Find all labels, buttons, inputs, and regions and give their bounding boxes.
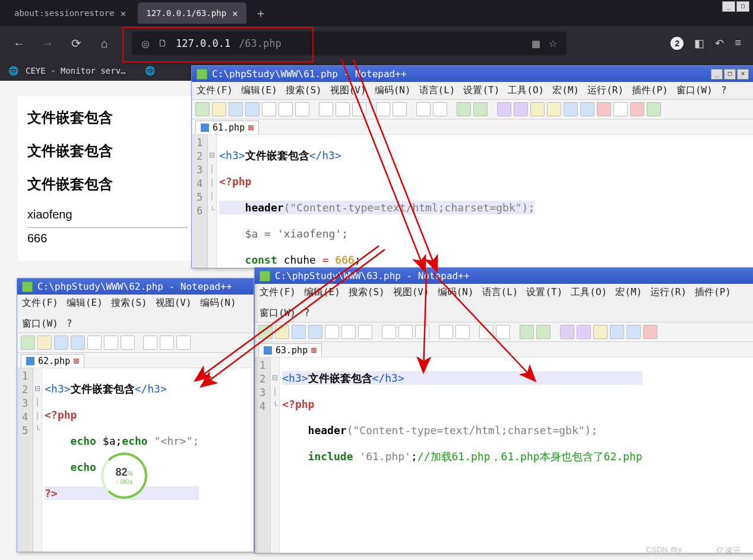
menu-encode[interactable]: 编码(N)	[200, 297, 236, 309]
new-icon[interactable]	[21, 336, 35, 350]
open-icon[interactable]	[212, 102, 226, 116]
tool-icon[interactable]	[580, 102, 594, 116]
redo-icon[interactable]	[393, 102, 407, 116]
menu-search[interactable]: 搜索(S)	[349, 286, 385, 299]
menu-settings[interactable]: 设置(T)	[463, 84, 499, 97]
menu-plugin[interactable]: 插件(P)	[632, 84, 668, 97]
url-bar[interactable]: ◎ 🗋 127.0.0.1/63.php ▦ ☆	[132, 31, 567, 55]
menu-encode[interactable]: 编码(N)	[375, 84, 411, 97]
copy-icon[interactable]	[398, 325, 413, 339]
reload-button[interactable]: ⟳	[69, 36, 83, 50]
tracker-badge[interactable]: 2	[670, 37, 684, 50]
replace-icon[interactable]	[433, 102, 447, 116]
menu-view[interactable]: 视图(V)	[156, 297, 192, 309]
tool-icon[interactable]	[530, 102, 545, 116]
forward-button[interactable]: →	[40, 37, 55, 50]
tool-icon[interactable]	[577, 325, 591, 339]
paste-icon[interactable]	[352, 102, 366, 116]
record-icon[interactable]	[630, 102, 644, 116]
open-icon[interactable]	[37, 336, 52, 350]
tool-icon[interactable]	[643, 325, 657, 339]
tab-sessionrestore[interactable]: about:sessionrestore ✕	[6, 2, 134, 24]
saveall-icon[interactable]	[71, 336, 85, 350]
back-button[interactable]: ←	[12, 37, 26, 50]
bookmark-icon[interactable]: ☆	[549, 38, 557, 49]
menu-plugin[interactable]: 插件(P)	[695, 286, 731, 299]
menu-window[interactable]: 窗口(W)	[22, 318, 58, 330]
tab-close-icon[interactable]: ⊠	[248, 122, 254, 133]
code-area[interactable]: 123456 ⊟│││└ <h3>文件嵌套包含</h3> <?php heade…	[192, 134, 753, 268]
tool-icon[interactable]	[514, 102, 528, 116]
editor-tab-63[interactable]: 63.php⊠	[258, 343, 322, 357]
menu-tool[interactable]: 工具(O)	[571, 286, 607, 299]
cut-icon[interactable]	[143, 336, 157, 350]
tab-63php[interactable]: 127.0.0.1/63.php ✕	[138, 2, 246, 24]
close-icon[interactable]: ✕	[121, 8, 126, 19]
tool-icon[interactable]	[613, 102, 628, 116]
save-icon[interactable]	[54, 336, 68, 350]
tool-icon[interactable]	[610, 325, 624, 339]
new-icon[interactable]	[195, 102, 210, 116]
menu-edit[interactable]: 编辑(E)	[67, 297, 103, 309]
save-icon[interactable]	[292, 325, 306, 339]
copy-icon[interactable]	[160, 336, 174, 350]
max-icon[interactable]: □	[724, 69, 736, 80]
menu-tool[interactable]: 工具(O)	[508, 84, 544, 97]
find-icon[interactable]	[416, 102, 431, 116]
cut-icon[interactable]	[319, 102, 333, 116]
tool-icon[interactable]	[560, 325, 574, 339]
menu-file[interactable]: 文件(F)	[197, 84, 233, 97]
close-icon[interactable]: ✕	[737, 69, 749, 80]
tool-icon[interactable]	[547, 102, 561, 116]
zoom-out-icon[interactable]	[536, 325, 550, 339]
menubar[interactable]: 文件(F) 编辑(E) 搜索(S) 视图(V) 编码(N) 语言(L) 设置(T…	[192, 82, 753, 99]
print-icon[interactable]	[121, 336, 135, 350]
undo-icon[interactable]	[376, 102, 390, 116]
menubar[interactable]: 文件(F) 编辑(E) 搜索(S) 视图(V) 编码(N) 语言(L) 设置(T…	[255, 284, 753, 322]
saveall-icon[interactable]	[245, 102, 260, 116]
print-icon[interactable]	[358, 325, 372, 339]
tool-icon[interactable]	[627, 325, 641, 339]
menu-run[interactable]: 运行(R)	[650, 286, 686, 299]
menu-search[interactable]: 搜索(S)	[111, 297, 147, 309]
open-icon[interactable]	[275, 325, 289, 339]
paste-icon[interactable]	[176, 336, 191, 350]
tab-close-icon[interactable]: ⊠	[74, 356, 79, 366]
save-icon[interactable]	[229, 102, 243, 116]
menu-edit[interactable]: 编辑(E)	[304, 286, 340, 299]
tab-close-icon[interactable]: ⊠	[311, 345, 317, 356]
home-button[interactable]: ⌂	[97, 37, 112, 50]
close-icon[interactable]	[87, 336, 102, 350]
titlebar-63[interactable]: C:\phpStudy\WWW\63.php - Notepad++	[255, 268, 753, 284]
menu-encode[interactable]: 编码(N)	[438, 286, 474, 299]
tool-icon[interactable]	[497, 102, 511, 116]
undo-icon[interactable]	[439, 325, 453, 339]
menu-macro[interactable]: 宏(M)	[552, 84, 579, 97]
tool-icon[interactable]	[104, 336, 118, 350]
window-maximize[interactable]: □	[736, 1, 749, 12]
editor-tab-61[interactable]: 61.php⊠	[195, 121, 259, 134]
paste-icon[interactable]	[415, 325, 429, 339]
saveall-icon[interactable]	[308, 325, 322, 339]
code[interactable]: <h3>文件嵌套包含</h3> <?php header("Content-ty…	[217, 135, 537, 268]
titlebar-61[interactable]: C:\phpStudy\WWW\61.php - Notepad++ _□✕	[192, 66, 753, 82]
print-icon[interactable]	[295, 102, 309, 116]
window-minimize[interactable]: _	[722, 1, 735, 12]
cut-icon[interactable]	[382, 325, 396, 339]
menu-run[interactable]: 运行(R)	[587, 84, 624, 97]
zoom-in-icon[interactable]	[520, 325, 534, 339]
menu-lang[interactable]: 语言(L)	[419, 84, 455, 97]
replace-icon[interactable]	[496, 325, 510, 339]
menu-window[interactable]: 窗口(W)	[676, 84, 713, 97]
code[interactable]: <h3>文件嵌套包含</h3> <?php header("Content-ty…	[280, 357, 644, 553]
close-icon[interactable]	[325, 325, 339, 339]
menu-macro[interactable]: 宏(M)	[615, 286, 642, 299]
menubar[interactable]: 文件(F) 编辑(E) 搜索(S) 视图(V) 编码(N) 窗口(W) ?	[17, 295, 254, 333]
find-icon[interactable]	[479, 325, 493, 339]
menu-help[interactable]: ?	[67, 318, 72, 330]
tool-icon[interactable]	[564, 102, 578, 116]
menu-view[interactable]: 视图(V)	[393, 286, 429, 299]
menu-edit[interactable]: 编辑(E)	[241, 84, 277, 97]
play-icon[interactable]	[647, 102, 661, 116]
redo-icon[interactable]	[455, 325, 470, 339]
